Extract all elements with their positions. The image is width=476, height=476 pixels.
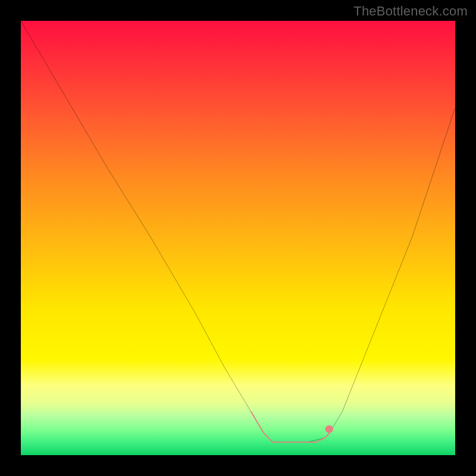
highlight-band (251, 412, 329, 442)
watermark-label: TheBottleneck.com (353, 4, 468, 19)
plot-area (21, 21, 455, 455)
bottleneck-curve (21, 21, 455, 442)
chart-frame: TheBottleneck.com (0, 0, 476, 476)
curve-layer (21, 21, 455, 455)
highlight-endpoint-icon (325, 425, 333, 433)
